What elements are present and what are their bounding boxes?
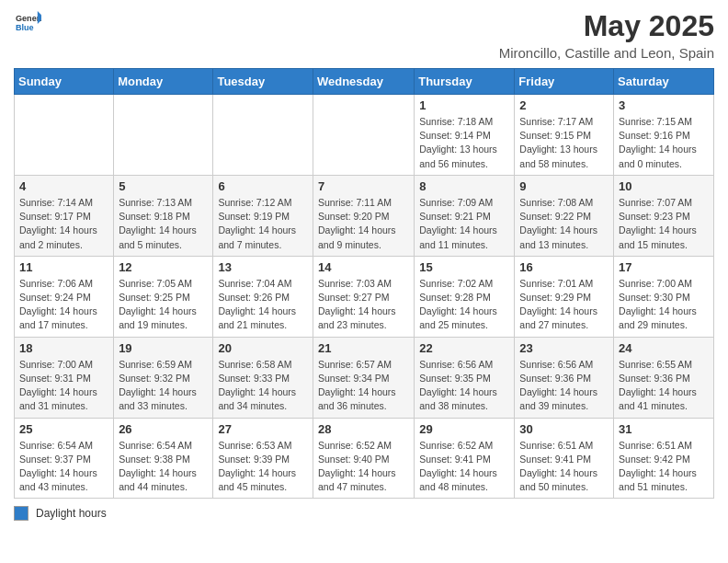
day-number: 20 [218,341,308,355]
day-number: 7 [318,179,409,193]
day-number: 11 [19,260,108,274]
day-number: 4 [19,179,108,193]
calendar-cell: 4Sunrise: 7:14 AM Sunset: 9:17 PM Daylig… [15,175,114,256]
day-number: 6 [218,179,308,193]
day-info: Sunrise: 7:08 AM Sunset: 9:22 PM Dayligh… [519,196,609,252]
day-info: Sunrise: 7:02 AM Sunset: 9:28 PM Dayligh… [419,277,509,333]
day-number: 12 [119,260,208,274]
day-number: 21 [318,341,409,355]
calendar-cell: 7Sunrise: 7:11 AM Sunset: 9:20 PM Daylig… [313,175,414,256]
calendar-cell: 22Sunrise: 6:56 AM Sunset: 9:35 PM Dayli… [415,337,515,418]
footer: Daylight hours [14,506,714,521]
calendar-cell: 28Sunrise: 6:52 AM Sunset: 9:40 PM Dayli… [313,418,414,499]
day-number: 22 [419,341,509,355]
day-info: Sunrise: 6:58 AM Sunset: 9:33 PM Dayligh… [218,358,308,414]
day-number: 5 [119,179,208,193]
day-number: 13 [218,260,308,274]
day-info: Sunrise: 6:52 AM Sunset: 9:40 PM Dayligh… [318,439,409,495]
day-number: 2 [519,98,609,112]
day-number: 23 [519,341,609,355]
calendar-cell: 10Sunrise: 7:07 AM Sunset: 9:23 PM Dayli… [614,175,714,256]
day-number: 26 [119,422,208,436]
day-info: Sunrise: 7:04 AM Sunset: 9:26 PM Dayligh… [218,277,308,333]
day-info: Sunrise: 7:06 AM Sunset: 9:24 PM Dayligh… [19,277,108,333]
day-number: 24 [619,341,709,355]
calendar-cell: 21Sunrise: 6:57 AM Sunset: 9:34 PM Dayli… [313,337,414,418]
location-subtitle: Mironcillo, Castille and Leon, Spain [499,45,714,61]
calendar-week-2: 4Sunrise: 7:14 AM Sunset: 9:17 PM Daylig… [15,175,714,256]
month-title: May 2025 [499,9,714,43]
calendar-week-5: 25Sunrise: 6:54 AM Sunset: 9:37 PM Dayli… [15,418,714,499]
day-info: Sunrise: 7:07 AM Sunset: 9:23 PM Dayligh… [619,196,709,252]
day-number: 19 [119,341,208,355]
day-info: Sunrise: 7:09 AM Sunset: 9:21 PM Dayligh… [419,196,509,252]
calendar-cell [114,95,213,176]
day-number: 9 [519,179,609,193]
legend-color-box [14,506,28,521]
col-header-sunday: Sunday [15,69,114,95]
col-header-monday: Monday [114,69,213,95]
calendar-cell: 30Sunrise: 6:51 AM Sunset: 9:41 PM Dayli… [515,418,614,499]
day-info: Sunrise: 7:12 AM Sunset: 9:19 PM Dayligh… [218,196,308,252]
calendar-cell: 15Sunrise: 7:02 AM Sunset: 9:28 PM Dayli… [415,256,515,337]
logo: General Blue [14,9,41,39]
day-info: Sunrise: 7:18 AM Sunset: 9:14 PM Dayligh… [419,115,509,171]
day-info: Sunrise: 6:54 AM Sunset: 9:38 PM Dayligh… [119,439,208,495]
calendar-cell [313,95,414,176]
svg-text:Blue: Blue [16,23,34,32]
calendar-week-1: 1Sunrise: 7:18 AM Sunset: 9:14 PM Daylig… [15,95,714,176]
day-info: Sunrise: 6:56 AM Sunset: 9:36 PM Dayligh… [519,358,609,414]
calendar-cell [15,95,114,176]
calendar-cell: 8Sunrise: 7:09 AM Sunset: 9:21 PM Daylig… [415,175,515,256]
calendar-cell: 18Sunrise: 7:00 AM Sunset: 9:31 PM Dayli… [15,337,114,418]
calendar-cell: 2Sunrise: 7:17 AM Sunset: 9:15 PM Daylig… [515,95,614,176]
day-number: 14 [318,260,409,274]
day-info: Sunrise: 6:51 AM Sunset: 9:42 PM Dayligh… [619,439,709,495]
day-number: 30 [519,422,609,436]
calendar-cell: 20Sunrise: 6:58 AM Sunset: 9:33 PM Dayli… [213,337,313,418]
calendar-cell: 24Sunrise: 6:55 AM Sunset: 9:36 PM Dayli… [614,337,714,418]
calendar-cell: 12Sunrise: 7:05 AM Sunset: 9:25 PM Dayli… [114,256,213,337]
calendar-cell: 5Sunrise: 7:13 AM Sunset: 9:18 PM Daylig… [114,175,213,256]
day-info: Sunrise: 7:17 AM Sunset: 9:15 PM Dayligh… [519,115,609,171]
day-number: 10 [619,179,709,193]
day-info: Sunrise: 7:01 AM Sunset: 9:29 PM Dayligh… [519,277,609,333]
day-number: 27 [218,422,308,436]
day-number: 31 [619,422,709,436]
day-number: 15 [419,260,509,274]
day-info: Sunrise: 7:03 AM Sunset: 9:27 PM Dayligh… [318,277,409,333]
calendar-cell: 9Sunrise: 7:08 AM Sunset: 9:22 PM Daylig… [515,175,614,256]
col-header-tuesday: Tuesday [213,69,313,95]
calendar-cell: 25Sunrise: 6:54 AM Sunset: 9:37 PM Dayli… [15,418,114,499]
col-header-saturday: Saturday [614,69,714,95]
calendar-cell [213,95,313,176]
col-header-thursday: Thursday [415,69,515,95]
calendar-cell: 13Sunrise: 7:04 AM Sunset: 9:26 PM Dayli… [213,256,313,337]
day-number: 28 [318,422,409,436]
day-number: 8 [419,179,509,193]
calendar-cell: 26Sunrise: 6:54 AM Sunset: 9:38 PM Dayli… [114,418,213,499]
calendar-cell: 19Sunrise: 6:59 AM Sunset: 9:32 PM Dayli… [114,337,213,418]
day-info: Sunrise: 6:54 AM Sunset: 9:37 PM Dayligh… [19,439,108,495]
general-blue-logo-icon: General Blue [16,9,41,35]
calendar-cell: 11Sunrise: 7:06 AM Sunset: 9:24 PM Dayli… [15,256,114,337]
calendar-cell: 29Sunrise: 6:52 AM Sunset: 9:41 PM Dayli… [415,418,515,499]
day-info: Sunrise: 6:55 AM Sunset: 9:36 PM Dayligh… [619,358,709,414]
day-number: 3 [619,98,709,112]
day-info: Sunrise: 7:11 AM Sunset: 9:20 PM Dayligh… [318,196,409,252]
calendar-cell: 3Sunrise: 7:15 AM Sunset: 9:16 PM Daylig… [614,95,714,176]
day-info: Sunrise: 6:53 AM Sunset: 9:39 PM Dayligh… [218,439,308,495]
title-block: May 2025 Mironcillo, Castille and Leon, … [499,9,714,61]
day-info: Sunrise: 7:15 AM Sunset: 9:16 PM Dayligh… [619,115,709,171]
day-number: 18 [19,341,108,355]
day-number: 25 [19,422,108,436]
day-info: Sunrise: 6:57 AM Sunset: 9:34 PM Dayligh… [318,358,409,414]
col-header-friday: Friday [515,69,614,95]
day-info: Sunrise: 7:00 AM Sunset: 9:31 PM Dayligh… [19,358,108,414]
calendar-week-4: 18Sunrise: 7:00 AM Sunset: 9:31 PM Dayli… [15,337,714,418]
day-info: Sunrise: 7:13 AM Sunset: 9:18 PM Dayligh… [119,196,208,252]
day-info: Sunrise: 7:14 AM Sunset: 9:17 PM Dayligh… [19,196,108,252]
day-info: Sunrise: 6:51 AM Sunset: 9:41 PM Dayligh… [519,439,609,495]
legend-label: Daylight hours [36,507,107,520]
day-number: 1 [419,98,509,112]
